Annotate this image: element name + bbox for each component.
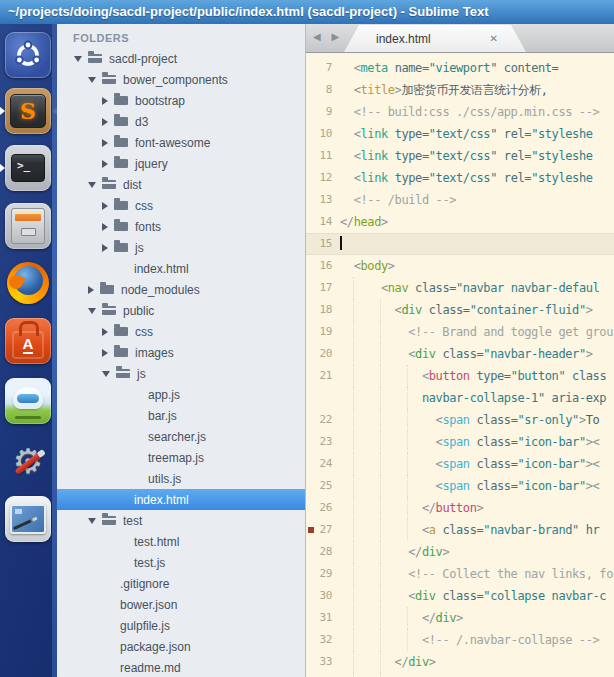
- file-cabinet-icon[interactable]: [5, 203, 51, 249]
- tree-item-utils-js[interactable]: utils.js: [57, 468, 305, 489]
- code-line[interactable]: 26 </button>: [306, 497, 614, 519]
- unity-launcher: S >_ A ⚙: [0, 24, 57, 677]
- indent-guide: [353, 453, 354, 475]
- code-line[interactable]: 13 <!-- /build -->: [306, 189, 614, 211]
- tree-item-test-html[interactable]: test.html: [57, 531, 305, 552]
- code-line[interactable]: 9 <!-- build:css ./css/app.min.css -->: [306, 101, 614, 123]
- code-line[interactable]: 34 <ul class="nav navbar-nav": [306, 673, 614, 677]
- code-line[interactable]: navbar-collapse-1" aria-exp: [306, 387, 614, 409]
- tree-item-d3[interactable]: d3: [57, 111, 305, 132]
- indent-guide: [380, 607, 381, 629]
- tree-item-fonts[interactable]: fonts: [57, 216, 305, 237]
- chevron-right-icon[interactable]: [102, 328, 108, 336]
- code-line[interactable]: 19 <!-- Brand and toggle get grou: [306, 321, 614, 343]
- tree-item-jquery[interactable]: jquery: [57, 153, 305, 174]
- code-area[interactable]: 7 <meta name="viewport" content=8 <title…: [306, 53, 614, 677]
- code-line[interactable]: 21 <button type="button" class: [306, 365, 614, 387]
- tree-item-gulpfile-js[interactable]: gulpfile.js: [57, 615, 305, 636]
- software-center-icon[interactable]: A: [5, 318, 51, 364]
- indent-guide: [353, 475, 354, 497]
- indent-guide: [380, 321, 381, 343]
- code-line[interactable]: 23 <span class="icon-bar"><: [306, 431, 614, 453]
- code-line[interactable]: 15: [306, 233, 614, 255]
- indent-guide: [407, 607, 408, 629]
- tree-item-bootstrap[interactable]: bootstrap: [57, 90, 305, 111]
- sublime-text-icon[interactable]: S: [5, 88, 51, 134]
- window-title-bar[interactable]: ~/projects/doing/sacdl-project/public/in…: [0, 0, 614, 24]
- code-line[interactable]: 14</head>: [306, 211, 614, 233]
- tree-item-node-modules[interactable]: node_modules: [57, 279, 305, 300]
- code-line[interactable]: 33 </div>: [306, 651, 614, 673]
- chevron-right-icon[interactable]: [102, 160, 108, 168]
- code-line[interactable]: 25 <span class="icon-bar"><: [306, 475, 614, 497]
- tab-close-icon[interactable]: ✕: [490, 33, 498, 44]
- kylin-assistant-icon[interactable]: [5, 378, 51, 424]
- line-number: 13: [306, 189, 336, 211]
- code-line[interactable]: 11 <link type="text/css" rel="styleshe: [306, 145, 614, 167]
- text-cursor: [340, 236, 342, 250]
- tree-item-test-js[interactable]: test.js: [57, 552, 305, 573]
- tree-item-font-awesome[interactable]: font-awesome: [57, 132, 305, 153]
- code-line[interactable]: 10 <link type="text/css" rel="styleshe: [306, 123, 614, 145]
- running-indicator-terminal: [0, 164, 5, 172]
- code-line[interactable]: 16 <body>: [306, 255, 614, 277]
- code-line[interactable]: 18 <div class="container-fluid">: [306, 299, 614, 321]
- chevron-right-icon[interactable]: [102, 223, 108, 231]
- chevron-right-icon[interactable]: [88, 286, 94, 294]
- tree-item-css[interactable]: css: [57, 195, 305, 216]
- chevron-down-icon[interactable]: [88, 518, 96, 524]
- tab-scroll-arrows[interactable]: ◀ ▶: [313, 31, 343, 42]
- tab-index-html[interactable]: index.html ✕: [344, 25, 526, 52]
- chevron-right-icon[interactable]: [102, 139, 108, 147]
- chevron-right-icon[interactable]: [102, 97, 108, 105]
- chevron-right-icon[interactable]: [102, 202, 108, 210]
- chevron-down-icon[interactable]: [88, 182, 96, 188]
- terminal-icon[interactable]: >_: [5, 145, 51, 191]
- tree-item-bar-js[interactable]: bar.js: [57, 405, 305, 426]
- code-line[interactable]: 8 <title>加密货币开发语言统计分析,: [306, 79, 614, 101]
- ubuntu-dash-icon[interactable]: [5, 32, 51, 78]
- tree-item-public[interactable]: public: [57, 300, 305, 321]
- tree-item-searcher-js[interactable]: searcher.js: [57, 426, 305, 447]
- chevron-down-icon[interactable]: [102, 371, 110, 377]
- chevron-down-icon[interactable]: [88, 308, 96, 314]
- tree-item-sacdl-project[interactable]: sacdl-project: [57, 48, 305, 69]
- code-line[interactable]: 22 <span class="sr-only">To: [306, 409, 614, 431]
- code-line[interactable]: 7 <meta name="viewport" content=: [306, 57, 614, 79]
- tree-item-js[interactable]: js: [57, 363, 305, 384]
- tree-item-bower-json[interactable]: bower.json: [57, 594, 305, 615]
- tree-item-treemap-js[interactable]: treemap.js: [57, 447, 305, 468]
- tree-item-test[interactable]: test: [57, 510, 305, 531]
- code-line[interactable]: 28 </div>: [306, 541, 614, 563]
- firefox-icon[interactable]: [5, 260, 51, 306]
- system-settings-icon[interactable]: ⚙: [5, 438, 51, 484]
- code-line[interactable]: 30 <div class="collapse navbar-c: [306, 585, 614, 607]
- tree-item-index-html[interactable]: index.html: [57, 489, 305, 510]
- code-line[interactable]: 32 <!-- /.navbar-collapse -->: [306, 629, 614, 651]
- chevron-right-icon[interactable]: [102, 244, 108, 252]
- tree-item-images[interactable]: images: [57, 342, 305, 363]
- tree-item-dist[interactable]: dist: [57, 174, 305, 195]
- tree-item-app-js[interactable]: app.js: [57, 384, 305, 405]
- tree-item-css[interactable]: css: [57, 321, 305, 342]
- code-line[interactable]: 31 </div>: [306, 607, 614, 629]
- code-line[interactable]: 12 <link type="text/css" rel="styleshe: [306, 167, 614, 189]
- indent-guide: [353, 409, 354, 431]
- tree-item-bower-components[interactable]: bower_components: [57, 69, 305, 90]
- tree-item-js[interactable]: js: [57, 237, 305, 258]
- code-line[interactable]: 27 <a class="navbar-brand" hr: [306, 519, 614, 541]
- chevron-right-icon[interactable]: [102, 349, 108, 357]
- tree-item--gitignore[interactable]: .gitignore: [57, 573, 305, 594]
- display-settings-icon[interactable]: [5, 496, 51, 542]
- chevron-down-icon[interactable]: [74, 56, 82, 62]
- tree-item-package-json[interactable]: package.json: [57, 636, 305, 657]
- indent-guide: [380, 343, 381, 365]
- code-line[interactable]: 29 <!-- Collect the nav links, form: [306, 563, 614, 585]
- code-line[interactable]: 17 <nav class="navbar navbar-defaul: [306, 277, 614, 299]
- chevron-down-icon[interactable]: [88, 77, 96, 83]
- chevron-right-icon[interactable]: [102, 118, 108, 126]
- code-line[interactable]: 24 <span class="icon-bar"><: [306, 453, 614, 475]
- tree-item-index-html[interactable]: index.html: [57, 258, 305, 279]
- code-line[interactable]: 20 <div class="navbar-header">: [306, 343, 614, 365]
- tree-item-readme-md[interactable]: readme.md: [57, 657, 305, 677]
